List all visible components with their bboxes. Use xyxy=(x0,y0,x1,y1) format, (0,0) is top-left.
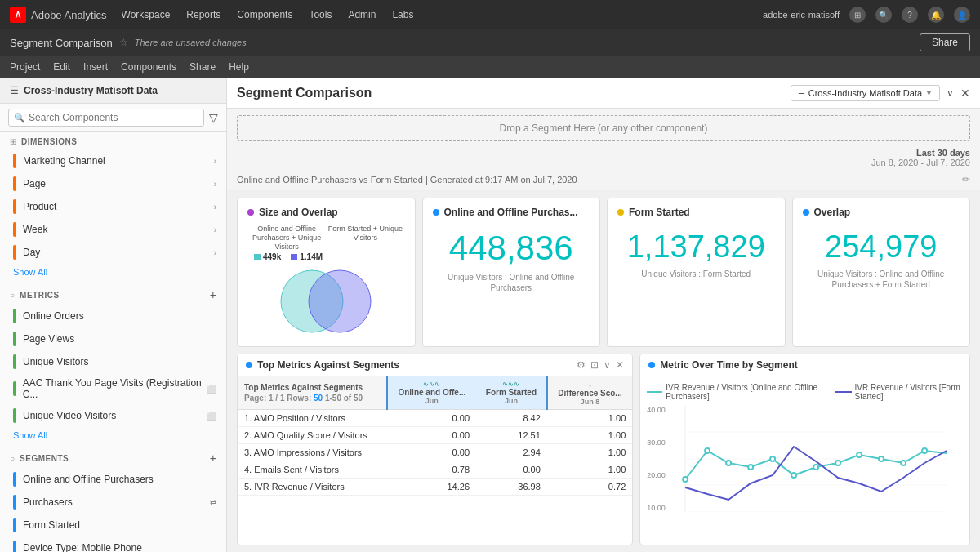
menu-insert[interactable]: Insert xyxy=(83,61,108,73)
menu-share[interactable]: Share xyxy=(189,61,216,73)
metric-page-views[interactable]: Page Views xyxy=(0,327,226,350)
pencil-icon[interactable]: ✏ xyxy=(962,174,970,185)
bell-icon[interactable]: 🔔 xyxy=(928,7,944,23)
chevron-right-icon: › xyxy=(214,203,216,211)
chevron-right-icon: › xyxy=(214,248,216,257)
sub-nav: Segment Comparison ☆ There are unsaved c… xyxy=(0,29,980,56)
close-icon[interactable]: ✕ xyxy=(616,359,624,371)
chevron-right-icon: › xyxy=(214,180,216,189)
add-segment-icon[interactable]: + xyxy=(210,452,216,465)
seg2-header: Form Started xyxy=(486,388,537,397)
point xyxy=(857,452,862,457)
menu-help[interactable]: Help xyxy=(229,61,249,73)
nav-components[interactable]: Components xyxy=(235,6,294,24)
context-text: Online and Offline Purchasers vs Form St… xyxy=(237,175,577,185)
card-title: Online and Offline Purchas... xyxy=(444,207,578,218)
search-icon[interactable]: 🔍 xyxy=(875,7,892,23)
main-content: Segment Comparison ☰ Cross-Industry Mati… xyxy=(227,78,980,552)
legend-item-2: IVR Revenue / Visitors [Form Started] xyxy=(835,383,963,401)
panel-title: Segment Comparison xyxy=(237,86,372,100)
data-source-name: Cross-Industry Matisoft Data xyxy=(24,85,158,96)
card-title: Form Started xyxy=(629,207,690,218)
bottom-panel-header: Top Metrics Against Segments ⚙ ⊡ ∨ ✕ xyxy=(238,354,632,376)
metric-unique-video[interactable]: Unique Video Visitors ⬜ xyxy=(0,404,226,427)
bottom-row: Top Metrics Against Segments ⚙ ⊡ ∨ ✕ xyxy=(227,354,980,552)
help-icon[interactable]: ? xyxy=(902,7,918,23)
search-input[interactable] xyxy=(29,112,198,123)
menu-bar: Project Edit Insert Components Share Hel… xyxy=(0,56,980,78)
dimensions-show-all[interactable]: Show All xyxy=(0,264,226,283)
legend-item-1: IVR Revenue / Visitors [Online and Offli… xyxy=(647,383,822,401)
panel-collapse-icon[interactable]: ∨ xyxy=(947,87,954,99)
nav-labs[interactable]: Labs xyxy=(390,6,415,24)
sub-nav-title: Segment Comparison xyxy=(10,37,113,49)
segments-section-header: ○ SEGMENTS + xyxy=(0,447,226,468)
metrics-table-container: Top Metrics Against Segments Page: 1 / 1… xyxy=(238,376,632,496)
brand-name: Adobe Analytics xyxy=(31,9,107,21)
down-arrow-icon: ↓ xyxy=(588,380,592,389)
metric-online-orders[interactable]: Online Orders xyxy=(0,305,226,327)
star-icon[interactable]: ☆ xyxy=(119,37,128,48)
dimension-week[interactable]: Week › xyxy=(0,218,226,241)
data-source-select[interactable]: ☰ Cross-Industry Matisoft Data ▼ xyxy=(791,85,940,101)
nav-admin[interactable]: Admin xyxy=(346,6,377,24)
card-big-number: 448,836 xyxy=(433,231,590,265)
blue-swatch xyxy=(291,254,297,260)
top-nav-left: A Adobe Analytics Workspace Reports Comp… xyxy=(10,6,415,24)
dimension-page[interactable]: Page › xyxy=(0,172,226,195)
card-dot xyxy=(803,209,809,216)
nav-tools[interactable]: Tools xyxy=(307,6,333,24)
nav-reports[interactable]: Reports xyxy=(185,6,222,24)
segment-mobile[interactable]: Device Type: Mobile Phone xyxy=(0,536,226,552)
panel-controls: ☰ Cross-Industry Matisoft Data ▼ ∨ ✕ xyxy=(791,85,970,101)
metric-aac-thankyou[interactable]: AAC Thank You Page Visits (Registration … xyxy=(0,373,226,404)
table-row: 4. Emails Sent / Visitors 0.78 0.00 1.00 xyxy=(238,461,632,479)
metrics-table: Top Metrics Against Segments Page: 1 / 1… xyxy=(238,376,632,496)
chevron-down-icon[interactable]: ∨ xyxy=(604,359,611,371)
metrics-label: METRICS xyxy=(20,291,60,300)
dimension-product[interactable]: Product › xyxy=(0,195,226,218)
card-dot xyxy=(433,209,439,216)
panel-close-icon[interactable]: ✕ xyxy=(960,87,970,100)
line-chart xyxy=(669,406,963,512)
nav-workspace[interactable]: Workspace xyxy=(120,6,172,24)
grid-icon[interactable]: ⊞ xyxy=(849,7,866,23)
dimension-day[interactable]: Day › xyxy=(0,241,226,264)
expand-icon[interactable]: ⊡ xyxy=(590,359,599,371)
segment-online-offline[interactable]: Online and Offline Purchasers xyxy=(0,468,226,491)
card-form-started: Form Started 1,137,829 Unique Visitors :… xyxy=(607,198,786,347)
point xyxy=(791,473,796,478)
user-avatar[interactable]: 👤 xyxy=(954,7,970,23)
search-box[interactable]: 🔍 xyxy=(8,109,204,127)
share-button[interactable]: Share xyxy=(920,33,970,51)
legend-line-1 xyxy=(647,391,662,393)
segment-form-started[interactable]: Form Started xyxy=(0,514,226,536)
card-big-number: 1,137,829 xyxy=(617,231,775,262)
card-size-overlap: Size and Overlap Online and Offline Purc… xyxy=(237,198,416,347)
mot-panel-dot xyxy=(648,362,655,368)
point xyxy=(748,465,753,470)
rows-count[interactable]: 50 xyxy=(314,394,323,403)
settings-icon[interactable]: ⚙ xyxy=(577,359,586,371)
drop-zone[interactable]: Drop a Segment Here (or any other compon… xyxy=(237,115,970,141)
segment-purchasers[interactable]: Purchasers ⇄ xyxy=(0,491,226,514)
metrics-show-all[interactable]: Show All xyxy=(0,427,226,447)
filter-icon[interactable]: ▽ xyxy=(209,111,218,124)
menu-project[interactable]: Project xyxy=(10,61,40,73)
dimension-marketing-channel[interactable]: Marketing Channel › xyxy=(0,149,226,172)
card-sublabel: Unique Visitors : Online and Offline Pur… xyxy=(803,269,960,290)
menu-edit[interactable]: Edit xyxy=(53,61,70,73)
user-email: adobe-eric-matisoff xyxy=(763,10,840,20)
panel-icons: ⚙ ⊡ ∨ ✕ xyxy=(577,359,624,371)
table-row: 2. AMO Quality Score / Visitors 0.00 12.… xyxy=(238,427,632,444)
venn-count1: 449k xyxy=(263,252,281,261)
search-icon: 🔍 xyxy=(14,113,25,123)
top-nav-right: adobe-eric-matisoff ⊞ 🔍 ? 🔔 👤 xyxy=(763,7,970,23)
metric-unique-visitors[interactable]: Unique Visitors xyxy=(0,350,226,373)
add-metric-icon[interactable]: + xyxy=(210,288,216,301)
metrics-section-header: ○ METRICS + xyxy=(0,283,226,305)
menu-components[interactable]: Components xyxy=(121,61,176,73)
point xyxy=(813,465,818,470)
card-overlap: Overlap 254,979 Unique Visitors : Online… xyxy=(792,198,971,347)
point xyxy=(901,461,906,465)
